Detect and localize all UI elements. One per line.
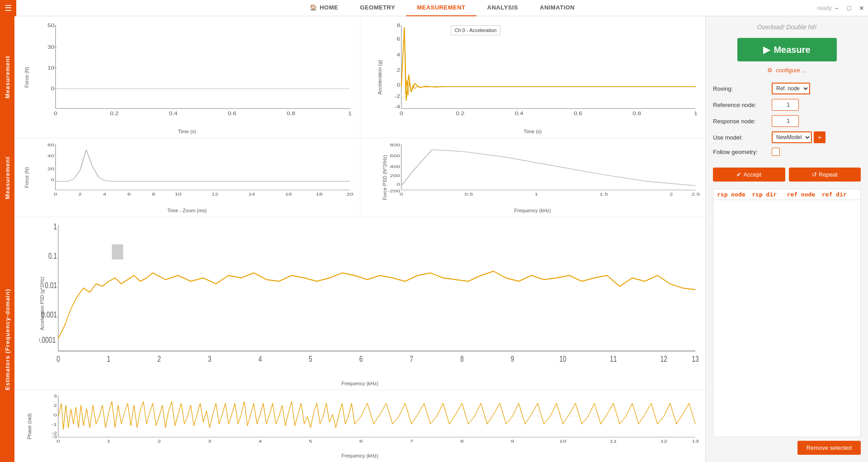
- svg-text:0.8: 0.8: [632, 111, 641, 117]
- svg-text:400: 400: [390, 164, 400, 169]
- close-button[interactable]: ✕: [855, 2, 868, 14]
- home-icon: 🏠: [310, 4, 317, 11]
- svg-text:1: 1: [53, 222, 57, 231]
- follow-geometry-checkbox[interactable]: [772, 148, 780, 156]
- svg-text:9: 9: [511, 354, 514, 363]
- nav-animation[interactable]: ANIMATION: [529, 0, 585, 16]
- repeat-icon: ↺: [812, 171, 817, 178]
- add-model-button[interactable]: +: [814, 131, 826, 143]
- window-controls: − □ ✕: [830, 2, 868, 14]
- svg-text:1: 1: [107, 354, 111, 363]
- svg-text:11: 11: [610, 354, 617, 363]
- svg-text:3: 3: [208, 354, 212, 363]
- maximize-button[interactable]: □: [843, 2, 855, 14]
- measure-button[interactable]: ▶ Measure: [737, 38, 837, 61]
- svg-text:0: 0: [399, 191, 403, 196]
- svg-text:2: 2: [396, 67, 400, 73]
- configure-icon: ⚙: [767, 67, 773, 74]
- svg-text:5: 5: [309, 439, 312, 443]
- nav-home[interactable]: 🏠 HOME: [299, 0, 349, 16]
- charts-top-row: Force (N) Time (s) 50 30 10 0 0: [14, 16, 705, 138]
- svg-text:200: 200: [390, 173, 400, 178]
- svg-text:12: 12: [660, 354, 668, 363]
- svg-text:6: 6: [127, 191, 131, 196]
- svg-text:800: 800: [390, 142, 400, 147]
- svg-text:600: 600: [390, 153, 400, 158]
- svg-text:-3: -3: [52, 435, 57, 439]
- svg-text:30: 30: [47, 44, 54, 50]
- svg-text:12: 12: [660, 439, 668, 443]
- accept-button[interactable]: ✔ Accept: [713, 168, 785, 182]
- svg-text:2: 2: [78, 191, 82, 196]
- svg-text:6: 6: [359, 354, 363, 363]
- svg-text:9: 9: [511, 439, 514, 443]
- svg-text:14: 14: [248, 191, 255, 196]
- svg-text:2: 2: [157, 354, 161, 363]
- response-node-row: Response node:: [713, 115, 861, 127]
- measurement-label-2: Measurement: [0, 138, 14, 217]
- col-ref-dir: ref dir: [822, 191, 857, 198]
- measurement-label: Measurement: [0, 16, 14, 138]
- col-rsp-node: rsp node: [717, 191, 752, 198]
- right-panel: Overload! Double hit! ▶ Measure ⚙ config…: [705, 16, 868, 462]
- svg-text:13: 13: [692, 439, 699, 443]
- svg-text:-200: -200: [387, 188, 400, 193]
- charts-mid-row: Force (N) Time - Zoom (ms) 60 40 20 0 0 …: [14, 138, 705, 217]
- use-model-select[interactable]: NewModel: [772, 131, 812, 143]
- svg-text:4: 4: [258, 439, 262, 443]
- reference-node-input[interactable]: [772, 99, 799, 111]
- configure-link[interactable]: ⚙ configure ...: [713, 67, 861, 74]
- nav-geometry[interactable]: GEOMETRY: [349, 0, 406, 16]
- svg-text:8: 8: [152, 191, 156, 196]
- svg-text:0.2: 0.2: [110, 111, 119, 117]
- svg-text:4: 4: [103, 191, 106, 196]
- svg-text:4: 4: [396, 52, 400, 58]
- nav-measurement[interactable]: MEASUREMENT: [406, 0, 476, 16]
- accel-time-xlabel: Time (s): [524, 129, 542, 134]
- phase-svg: 3 2 0 -1 -2 -3 0 1 2 3 4 5 6 7: [39, 394, 702, 448]
- force-psd-xlabel: Frequency (kHz): [514, 208, 551, 213]
- svg-text:8: 8: [460, 354, 464, 363]
- nav-analysis[interactable]: ANALYSIS: [476, 0, 529, 16]
- minimize-button[interactable]: −: [830, 2, 843, 14]
- force-time-svg: 50 30 10 0 0 0.2 0.4 0.6 0.8 1: [37, 20, 356, 124]
- svg-text:3: 3: [208, 439, 212, 443]
- roving-select[interactable]: Ref. node: [772, 83, 810, 94]
- use-model-label: Use model:: [713, 134, 772, 141]
- follow-geometry-row: Follow geometry:: [713, 148, 861, 156]
- svg-text:2: 2: [157, 439, 161, 443]
- repeat-button[interactable]: ↺ Repeat: [789, 168, 861, 182]
- accel-time-chart: Acceleration (g) Time (s) Ch 0 - Acceler…: [360, 16, 706, 138]
- svg-text:1: 1: [534, 191, 538, 196]
- svg-text:6: 6: [396, 36, 400, 42]
- svg-rect-71: [112, 244, 123, 259]
- svg-text:2: 2: [669, 191, 673, 196]
- roving-select-row: Ref. node: [772, 83, 810, 94]
- svg-text:-4: -4: [394, 104, 400, 110]
- svg-text:1: 1: [694, 111, 698, 117]
- svg-text:1: 1: [107, 439, 111, 443]
- nav-links: 🏠 HOME GEOMETRY MEASUREMENT ANALYSIS ANI…: [16, 0, 868, 16]
- svg-text:-1: -1: [52, 423, 57, 427]
- svg-text:0: 0: [54, 191, 57, 196]
- use-model-row: Use model: NewModel +: [713, 131, 861, 143]
- force-time-xlabel: Time (s): [178, 129, 196, 134]
- menu-button[interactable]: ☰: [0, 0, 16, 16]
- top-navigation: ☰ 🏠 HOME GEOMETRY MEASUREMENT ANALYSIS A…: [0, 0, 868, 16]
- svg-text:0: 0: [396, 182, 400, 187]
- svg-text:0: 0: [57, 439, 60, 443]
- svg-text:20: 20: [346, 191, 354, 196]
- bottom-section: Acceleration PSD (g^2/Hz) Frequency (kHz…: [14, 217, 705, 462]
- accel-time-svg: 8 6 4 2 0 -2 -4 0 0.2 0.4 0.6 0.8 1: [383, 20, 702, 124]
- reference-node-row: Reference node:: [713, 99, 861, 111]
- remove-selected-button[interactable]: Remove selected: [797, 441, 861, 455]
- charts-area: Force (N) Time (s) 50 30 10 0 0: [14, 16, 705, 462]
- reference-node-label: Reference node:: [713, 102, 772, 108]
- response-node-input[interactable]: [772, 115, 799, 127]
- measurements-table: rsp node rsp dir ref node ref dir: [713, 189, 861, 437]
- svg-text:60: 60: [47, 142, 55, 147]
- phase-ylabel: Phase (rad): [27, 413, 32, 439]
- svg-text:0.6: 0.6: [574, 111, 582, 117]
- svg-text:3: 3: [53, 394, 57, 398]
- response-node-label: Response node:: [713, 118, 772, 125]
